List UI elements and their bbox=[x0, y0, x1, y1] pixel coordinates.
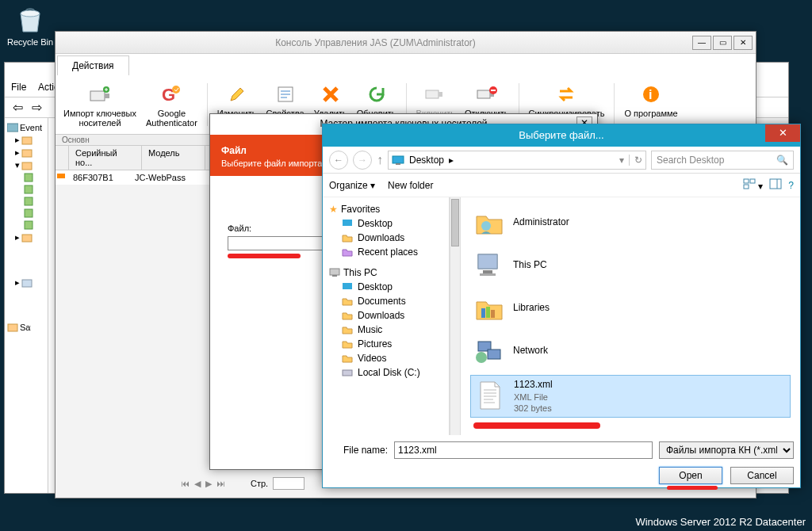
recycle-bin-icon bbox=[14, 4, 46, 36]
svg-rect-29 bbox=[396, 163, 400, 165]
svg-rect-39 bbox=[343, 370, 352, 376]
svg-rect-14 bbox=[105, 94, 109, 98]
svg-rect-5 bbox=[25, 174, 33, 181]
sidebar-item-videos[interactable]: Videos bbox=[326, 351, 446, 365]
maximize-button[interactable]: ▭ bbox=[713, 36, 732, 50]
refresh-breadcrumb-icon[interactable]: ↻ bbox=[629, 155, 642, 166]
libraries-icon bbox=[475, 294, 504, 323]
pager-next-icon[interactable]: ▶ bbox=[205, 479, 212, 489]
svg-rect-9 bbox=[25, 221, 33, 229]
list-item-thispc[interactable]: This PC bbox=[470, 246, 791, 285]
sidebar-thispc[interactable]: This PC bbox=[326, 266, 446, 280]
pager-prev-icon[interactable]: ◀ bbox=[194, 479, 201, 489]
pager-input[interactable] bbox=[273, 477, 304, 490]
list-item-libraries[interactable]: Libraries bbox=[470, 289, 791, 327]
sidebar-item-desktop[interactable]: Desktop bbox=[326, 216, 446, 231]
organize-button[interactable]: Organize ▾ bbox=[329, 180, 375, 191]
svg-rect-49 bbox=[488, 350, 500, 359]
recent-icon bbox=[342, 247, 353, 257]
pc-icon bbox=[329, 268, 340, 277]
ribbon-google-auth[interactable]: G Google Authenticator bbox=[141, 80, 202, 129]
sidebar-item-downloads2[interactable]: Downloads bbox=[326, 308, 446, 323]
ribbon-about[interactable]: i О программе bbox=[619, 80, 682, 129]
svg-rect-19 bbox=[426, 90, 439, 98]
info-icon: i bbox=[642, 85, 661, 104]
svg-rect-28 bbox=[393, 156, 404, 163]
svg-rect-32 bbox=[744, 185, 749, 189]
sidebar-item-desktop2[interactable]: Desktop bbox=[326, 280, 446, 294]
svg-rect-35 bbox=[343, 220, 352, 226]
usb-key-import-icon bbox=[87, 83, 113, 105]
svg-rect-10 bbox=[22, 235, 32, 242]
usb-row-icon bbox=[57, 172, 67, 180]
sidebar-item-downloads[interactable]: Downloads bbox=[326, 231, 446, 245]
svg-rect-1 bbox=[7, 124, 18, 132]
open-button[interactable]: Open bbox=[659, 467, 722, 484]
help-icon[interactable]: ? bbox=[788, 180, 794, 191]
menu-file[interactable]: File bbox=[11, 82, 26, 93]
view-options-icon[interactable]: ▾ bbox=[743, 178, 763, 192]
svg-rect-7 bbox=[25, 197, 33, 205]
svg-rect-24 bbox=[491, 90, 496, 91]
file-dialog-title: Выберите файл... bbox=[519, 129, 603, 141]
pager-last-icon[interactable]: ⏭ bbox=[216, 479, 225, 488]
filename-input[interactable] bbox=[394, 441, 653, 459]
sidebar-item-documents[interactable]: Documents bbox=[326, 294, 446, 308]
tab-actions[interactable]: Действия bbox=[57, 55, 129, 75]
file-filter-select[interactable]: Файлы импорта КН (*.xml) bbox=[659, 441, 794, 459]
evt-tree[interactable]: Event Viewer ▸ ▸ ▾ ▸ ▸ Saved Logs bbox=[5, 118, 48, 493]
minimize-button[interactable]: — bbox=[692, 36, 711, 50]
svg-rect-20 bbox=[439, 92, 442, 97]
svg-rect-21 bbox=[477, 90, 490, 98]
svg-rect-2 bbox=[22, 137, 32, 144]
fwd-icon[interactable]: ⇨ bbox=[29, 100, 44, 116]
svg-rect-8 bbox=[25, 209, 33, 217]
svg-rect-43 bbox=[483, 270, 492, 273]
new-folder-button[interactable]: New folder bbox=[388, 180, 433, 191]
col-model[interactable]: Модель bbox=[142, 146, 205, 170]
pc-big-icon bbox=[475, 251, 504, 280]
svg-rect-37 bbox=[332, 275, 337, 277]
list-item-network[interactable]: Network bbox=[470, 332, 791, 370]
chevron-right-icon[interactable]: ▸ bbox=[449, 155, 454, 166]
ribbon-import[interactable]: Импорт ключевых носителей bbox=[59, 80, 141, 129]
list-item-admin[interactable]: Administrator bbox=[470, 204, 791, 242]
windows-watermark: Windows Server 2012 R2 Datacenter bbox=[635, 516, 806, 528]
col-serial[interactable]: Серийный но... bbox=[69, 146, 142, 170]
nav-up-icon[interactable]: ↑ bbox=[377, 153, 383, 167]
sidebar-favorites[interactable]: ★Favorites bbox=[326, 202, 446, 216]
sidebar-item-pictures[interactable]: Pictures bbox=[326, 337, 446, 351]
pager-first-icon[interactable]: ⏮ bbox=[181, 479, 190, 488]
nav-back-button[interactable]: ← bbox=[329, 151, 348, 170]
star-icon: ★ bbox=[329, 204, 338, 215]
file-dialog-sidebar: ★Favorites Desktop Downloads Recent plac… bbox=[323, 197, 450, 435]
svg-rect-42 bbox=[478, 254, 497, 269]
sidebar-item-recent[interactable]: Recent places bbox=[326, 245, 446, 259]
usb-enable-icon bbox=[424, 86, 446, 103]
search-input[interactable]: Search Desktop 🔍 bbox=[651, 151, 794, 170]
back-icon[interactable]: ⇦ bbox=[10, 100, 25, 116]
svg-rect-11 bbox=[22, 280, 32, 287]
sidebar-item-localdisk[interactable]: Local Disk (C:) bbox=[326, 365, 446, 380]
recycle-bin[interactable]: Recycle Bin bbox=[6, 4, 54, 47]
jas-title: Консоль Управления JAS (ZUM\Administrato… bbox=[59, 37, 692, 48]
svg-rect-30 bbox=[744, 179, 749, 183]
svg-rect-45 bbox=[481, 308, 485, 318]
svg-rect-6 bbox=[25, 185, 33, 193]
sidebar-item-music[interactable]: Music bbox=[326, 323, 446, 337]
disk-icon bbox=[342, 368, 353, 377]
sidebar-scrollbar[interactable] bbox=[450, 197, 461, 435]
list-item-selected-file[interactable]: 1123.xml XML File 302 bytes bbox=[470, 375, 791, 418]
preview-pane-icon[interactable] bbox=[769, 178, 782, 192]
usb-disable-icon bbox=[476, 86, 498, 103]
file-open-dialog: Выберите файл... ✕ ← → ↑ Desktop ▸ ▾ ↻ S… bbox=[322, 124, 801, 488]
user-folder-icon bbox=[475, 208, 504, 237]
xml-file-icon bbox=[476, 380, 504, 412]
cancel-button[interactable]: Cancel bbox=[730, 467, 794, 484]
delete-x-icon bbox=[321, 85, 340, 104]
close-button[interactable]: ✕ bbox=[733, 36, 753, 50]
breadcrumb[interactable]: Desktop ▸ ▾ ↻ bbox=[388, 151, 646, 170]
svg-rect-31 bbox=[750, 179, 755, 183]
svg-text:i: i bbox=[649, 88, 652, 101]
file-dialog-close[interactable]: ✕ bbox=[765, 124, 800, 142]
